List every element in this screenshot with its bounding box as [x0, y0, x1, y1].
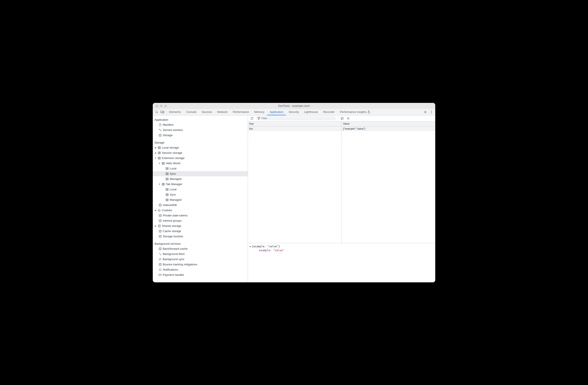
- cache-storage-label: Cache storage: [163, 229, 181, 233]
- section-background: Background services Back/forward cache B…: [153, 241, 248, 277]
- tm-local-label: Local: [170, 188, 176, 191]
- shared-storage-label: Shared storage: [162, 224, 181, 227]
- svg-point-9: [159, 134, 161, 135]
- tabbar: ElementsConsoleSourcesNetworkPerformance…: [153, 109, 435, 115]
- tab-memory[interactable]: Memory: [252, 109, 267, 115]
- sidebar-item-back-forward-cache[interactable]: Back/forward cache: [153, 246, 248, 251]
- sidebar-item-hw-local[interactable]: Local: [153, 166, 248, 171]
- tab-sources[interactable]: Sources: [199, 109, 215, 115]
- caret-right-icon: ▶: [154, 225, 157, 227]
- sidebar-item-tab-manager[interactable]: ▼ Tab Manager: [153, 182, 248, 187]
- inspect-element-icon[interactable]: [154, 110, 159, 114]
- caret-right-icon: ▶: [154, 152, 157, 154]
- database-icon: [158, 203, 162, 207]
- table-value-0[interactable]: {"example":"value"}: [342, 126, 436, 131]
- sidebar-item-tm-managed[interactable]: Managed: [153, 197, 248, 203]
- sidebar-item-storage-buckets[interactable]: Storage buckets: [153, 234, 248, 239]
- divider: [338, 116, 338, 120]
- table-icon: [158, 151, 161, 155]
- table-icon: [161, 162, 165, 165]
- titlebar: DevTools - example.com/: [153, 103, 435, 109]
- storage-table: Key foo Value {"example":"value"}: [248, 122, 435, 243]
- sidebar-item-bounce-tracking[interactable]: Bounce tracking mitigations: [153, 262, 248, 267]
- value-column-header[interactable]: Value: [342, 122, 436, 126]
- sidebar-item-hw-managed[interactable]: Managed: [153, 176, 248, 182]
- zoom-window-button[interactable]: [164, 105, 167, 107]
- close-window-button[interactable]: [156, 105, 158, 107]
- sidebar-item-private-state-tokens[interactable]: Private state tokens: [153, 213, 248, 218]
- sidebar-item-session-storage[interactable]: ▶ Session storage: [153, 150, 248, 156]
- sidebar-item-cookies[interactable]: ▶ Cookies: [153, 208, 248, 213]
- devtools-window: DevTools - example.com/ ElementsConsoleS…: [153, 103, 435, 282]
- device-toggle-icon[interactable]: [160, 110, 165, 114]
- svg-rect-31: [159, 274, 161, 276]
- sidebar-item-payment-handler[interactable]: Payment handler: [153, 272, 248, 277]
- table-row-empty[interactable]: [248, 131, 342, 136]
- svg-point-28: [159, 235, 161, 236]
- tab-performance-insights[interactable]: Performance insights: [337, 109, 373, 115]
- sidebar-item-notifications[interactable]: Notifications: [153, 267, 248, 272]
- table-icon: [161, 182, 165, 186]
- session-storage-label: Session storage: [162, 151, 182, 155]
- filter-input[interactable]: [261, 117, 335, 120]
- sidebar-item-indexeddb[interactable]: IndexedDB: [153, 203, 248, 208]
- tab-lighthouse[interactable]: Lighthouse: [301, 109, 320, 115]
- table-key-0[interactable]: foo: [248, 126, 342, 131]
- hw-sync-label: Sync: [170, 172, 176, 175]
- filter-icon: [257, 117, 260, 120]
- key-column-header[interactable]: Key: [248, 122, 342, 126]
- flask-icon: [367, 110, 370, 113]
- file-icon: [158, 123, 162, 127]
- tabs: ElementsConsoleSourcesNetworkPerformance…: [167, 109, 337, 115]
- sidebar-item-tm-sync[interactable]: Sync: [153, 192, 248, 197]
- tab-performance[interactable]: Performance: [230, 109, 252, 115]
- tab-network[interactable]: Network: [215, 109, 230, 115]
- sidebar-item-shared-storage[interactable]: ▶ Shared storage: [153, 223, 248, 229]
- tab-application[interactable]: Application: [267, 109, 286, 115]
- svg-rect-1: [161, 111, 163, 113]
- table-icon: [165, 198, 169, 202]
- more-icon[interactable]: [429, 110, 434, 114]
- sidebar-item-cache-storage[interactable]: Cache storage: [153, 229, 248, 234]
- detail-summary-line[interactable]: ▼{example: "value"}: [250, 245, 434, 249]
- svg-point-8: [161, 130, 161, 131]
- database-icon: [158, 235, 162, 238]
- minimize-window-button[interactable]: [160, 105, 163, 107]
- tab-console[interactable]: Console: [183, 109, 199, 115]
- sidebar-item-hw-sync[interactable]: Sync: [153, 171, 248, 176]
- settings-icon[interactable]: [423, 110, 427, 114]
- sidebar-item-manifest[interactable]: Manifest: [153, 122, 248, 127]
- gears-icon: [158, 128, 162, 132]
- hw-managed-label: Managed: [170, 177, 181, 181]
- value-column: Value {"example":"value"}: [342, 122, 436, 243]
- sidebar-item-background-sync[interactable]: Background sync: [153, 257, 248, 262]
- filter-field[interactable]: [256, 116, 336, 120]
- tab-elements[interactable]: Elements: [167, 109, 183, 115]
- sidebar-item-extension-storage[interactable]: ▼ Extension storage: [153, 156, 248, 161]
- tab-security[interactable]: Security: [286, 109, 301, 115]
- database-icon: [158, 219, 162, 223]
- sidebar-item-hello-world[interactable]: ▼ Hello World: [153, 161, 248, 166]
- sidebar-item-background-fetch[interactable]: Background fetch: [153, 251, 248, 257]
- svg-point-27: [159, 230, 161, 231]
- fetch-icon: [158, 252, 162, 256]
- close-icon[interactable]: [346, 116, 350, 120]
- detail-prop-line[interactable]: example: "value": [250, 249, 434, 252]
- sidebar-item-service-workers[interactable]: Service workers: [153, 127, 248, 133]
- caret-down-icon: ▼: [158, 183, 161, 185]
- clear-icon[interactable]: [340, 116, 344, 120]
- section-application-header: Application: [153, 117, 248, 122]
- sidebar-item-local-storage[interactable]: ▶ Local storage: [153, 145, 248, 150]
- svg-point-3: [425, 112, 426, 113]
- sidebar-item-storage-label: Storage: [163, 134, 173, 137]
- database-icon: [158, 229, 162, 233]
- section-storage-header: Storage: [153, 140, 248, 145]
- svg-point-29: [159, 248, 161, 249]
- tm-managed-label: Managed: [170, 198, 181, 202]
- sidebar-item-interest-groups[interactable]: Interest groups: [153, 218, 248, 223]
- sidebar-item-tm-local[interactable]: Local: [153, 187, 248, 192]
- refresh-icon[interactable]: [250, 116, 254, 120]
- table-row-empty[interactable]: [342, 131, 436, 136]
- sidebar-item-storage[interactable]: Storage: [153, 133, 248, 138]
- tab-recorder[interactable]: Recorder: [320, 109, 337, 115]
